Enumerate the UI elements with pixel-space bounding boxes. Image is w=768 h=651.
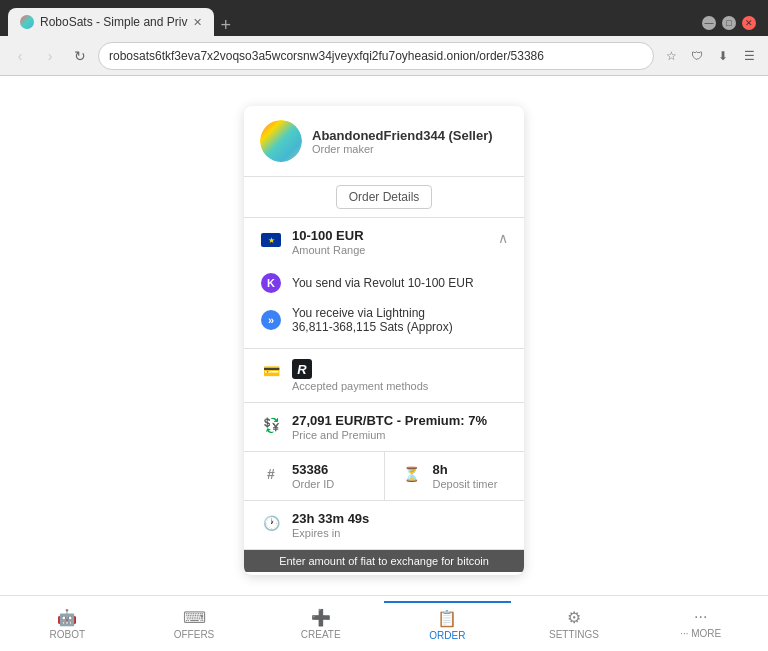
- menu-icon[interactable]: ☰: [738, 45, 760, 67]
- receive-content: You receive via Lightning 36,811-368,115…: [292, 306, 453, 334]
- nav-item-more[interactable]: ··· ··· MORE: [637, 602, 764, 645]
- amount-range-expanded: K You send via Revolut 10-100 EUR » You …: [244, 266, 524, 348]
- browser-window: RoboSats - Simple and Priv ✕ + — □ ✕ ‹ ›…: [0, 0, 768, 651]
- price-content: 27,091 EUR/BTC - Premium: 7% Price and P…: [292, 413, 508, 441]
- amount-range-content: 10-100 EUR Amount Range: [292, 228, 488, 256]
- robot-nav-label: ROBOT: [50, 629, 86, 640]
- send-row: K You send via Revolut 10-100 EUR: [260, 266, 508, 300]
- tab-favicon: [20, 15, 34, 29]
- hash-icon: #: [260, 463, 282, 485]
- order-details-section: Order Details: [244, 177, 524, 218]
- nav-item-robot[interactable]: 🤖 ROBOT: [4, 602, 131, 646]
- amount-range-title: 10-100 EUR: [292, 228, 488, 243]
- wallet-icon: 💳: [260, 360, 282, 382]
- order-card: AbandonedFriend344 (Seller) Order maker …: [244, 106, 524, 575]
- offers-nav-icon: ⌨: [183, 608, 206, 627]
- amount-range-section: 10-100 EUR Amount Range ∧ K You send via…: [244, 218, 524, 349]
- receive-sats: 36,811-368,115 Sats (Approx): [292, 320, 453, 334]
- receive-text: You receive via Lightning: [292, 306, 453, 320]
- send-text: You send via Revolut 10-100 EUR: [292, 276, 474, 290]
- amount-range-row[interactable]: 10-100 EUR Amount Range ∧: [244, 218, 524, 266]
- page-content: AbandonedFriend344 (Seller) Order maker …: [0, 76, 768, 595]
- order-id-value: 53386: [292, 462, 368, 477]
- price-title: 27,091 EUR/BTC - Premium: 7%: [292, 413, 508, 428]
- receive-row: » You receive via Lightning 36,811-368,1…: [260, 300, 508, 340]
- more-nav-label: ··· MORE: [680, 628, 721, 639]
- window-close-button[interactable]: ✕: [742, 16, 756, 30]
- payment-methods-label: Accepted payment methods: [292, 380, 508, 392]
- avatar-image: [260, 120, 302, 162]
- settings-nav-icon: ⚙: [567, 608, 581, 627]
- reload-button[interactable]: ↻: [68, 44, 92, 68]
- clock-icon: 🕐: [260, 512, 282, 534]
- deposit-timer-section: ⏳ 8h Deposit timer: [385, 452, 525, 500]
- seller-name: AbandonedFriend344 (Seller): [312, 128, 508, 143]
- back-button[interactable]: ‹: [8, 44, 32, 68]
- timer-icon: ⏳: [401, 463, 423, 485]
- shield-icon[interactable]: 🛡: [686, 45, 708, 67]
- expires-label: Expires in: [292, 527, 508, 539]
- revolut-icon: K: [260, 272, 282, 294]
- address-bar[interactable]: robosats6tkf3eva7x2voqso3a5wcorsnw34jvey…: [98, 42, 654, 70]
- payment-methods-row: 💳 R Accepted payment methods: [244, 349, 524, 403]
- create-nav-label: CREATE: [301, 629, 341, 640]
- expires-content: 23h 33m 49s Expires in: [292, 511, 508, 539]
- new-tab-button[interactable]: +: [220, 15, 231, 36]
- deposit-timer-content: 8h Deposit timer: [433, 462, 509, 490]
- order-id-content: 53386 Order ID: [292, 462, 368, 490]
- order-id-section: # 53386 Order ID: [244, 452, 385, 500]
- order-nav-label: ORDER: [429, 630, 465, 641]
- price-premium-row: 💱 27,091 EUR/BTC - Premium: 7% Price and…: [244, 403, 524, 452]
- chevron-up-icon: ∧: [498, 230, 508, 246]
- revolut-r-icon: R: [292, 359, 312, 379]
- eu-flag-icon: [260, 229, 282, 251]
- order-nav-icon: 📋: [437, 609, 457, 628]
- nav-item-create[interactable]: ➕ CREATE: [257, 602, 384, 646]
- offers-nav-label: OFFERS: [174, 629, 215, 640]
- more-nav-icon: ···: [694, 608, 707, 626]
- tab-close-icon[interactable]: ✕: [193, 16, 202, 29]
- expires-value: 23h 33m 49s: [292, 511, 508, 526]
- window-maximize-button[interactable]: □: [722, 16, 736, 30]
- tab-title: RoboSats - Simple and Priv: [40, 15, 187, 29]
- lightning-icon: »: [260, 309, 282, 331]
- forward-button[interactable]: ›: [38, 44, 62, 68]
- seller-role: Order maker: [312, 143, 508, 155]
- amount-area: Amount EUR * TAKE ORDER You will receive…: [244, 572, 524, 575]
- order-meta-row: # 53386 Order ID ⏳ 8h: [244, 452, 524, 501]
- order-id-label: Order ID: [292, 478, 368, 490]
- order-id-row: # 53386 Order ID: [260, 462, 368, 490]
- bookmark-icon[interactable]: ☆: [660, 45, 682, 67]
- price-subtitle: Price and Premium: [292, 429, 508, 441]
- seller-header: AbandonedFriend344 (Seller) Order maker: [244, 106, 524, 177]
- create-nav-icon: ➕: [311, 608, 331, 627]
- nav-item-offers[interactable]: ⌨ OFFERS: [131, 602, 258, 646]
- seller-info: AbandonedFriend344 (Seller) Order maker: [312, 128, 508, 155]
- active-tab[interactable]: RoboSats - Simple and Priv ✕: [8, 8, 214, 36]
- amount-range-subtitle: Amount Range: [292, 244, 488, 256]
- tab-bar: RoboSats - Simple and Priv ✕ + — □ ✕: [0, 0, 768, 36]
- deposit-timer-label: Deposit timer: [433, 478, 509, 490]
- payment-methods-content: R Accepted payment methods: [292, 359, 508, 392]
- url-text: robosats6tkf3eva7x2voqso3a5wcorsnw34jvey…: [109, 49, 544, 63]
- avatar: [260, 120, 302, 162]
- tooltip-bar: Enter amount of fiat to exchange for bit…: [244, 550, 524, 572]
- order-details-button[interactable]: Order Details: [336, 185, 433, 209]
- download-icon[interactable]: ⬇: [712, 45, 734, 67]
- settings-nav-label: SETTINGS: [549, 629, 599, 640]
- robot-nav-icon: 🤖: [57, 608, 77, 627]
- window-minimize-button[interactable]: —: [702, 16, 716, 30]
- tooltip-text: Enter amount of fiat to exchange for bit…: [279, 555, 489, 567]
- expires-row: 🕐 23h 33m 49s Expires in: [244, 501, 524, 550]
- nav-item-order[interactable]: 📋 ORDER: [384, 601, 511, 647]
- price-icon: 💱: [260, 414, 282, 436]
- deposit-timer-row: ⏳ 8h Deposit timer: [401, 462, 509, 490]
- deposit-timer-value: 8h: [433, 462, 509, 477]
- nav-item-settings[interactable]: ⚙ SETTINGS: [511, 602, 638, 646]
- bottom-navigation: 🤖 ROBOT ⌨ OFFERS ➕ CREATE 📋 ORDER ⚙ SETT…: [0, 595, 768, 651]
- navigation-bar: ‹ › ↻ robosats6tkf3eva7x2voqso3a5wcorsnw…: [0, 36, 768, 76]
